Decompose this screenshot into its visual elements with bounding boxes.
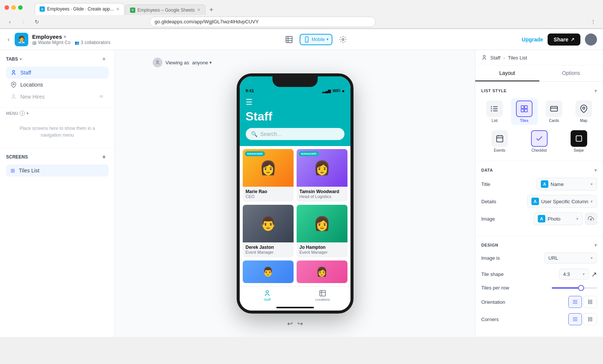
design-tile-shape-label: Tile shape — [481, 271, 504, 277]
screen-item-tiles-list[interactable]: ⊞ Tiles List — [6, 164, 109, 177]
style-option-list[interactable]: List — [481, 98, 508, 125]
phone-status-icons: ▂▄▆ WiFi ■ — [322, 89, 344, 93]
data-chevron-icon[interactable]: ▾ — [594, 167, 597, 173]
image-is-dropdown[interactable]: URL ▾ — [544, 253, 597, 263]
design-corners-row: Corners — [481, 313, 597, 325]
cards-style-icon — [546, 101, 562, 117]
upload-icon — [588, 216, 594, 222]
title-field-icon: A — [541, 180, 548, 188]
staff-tab-label: Staff — [20, 70, 104, 76]
data-title-row: Title A Name ▾ — [481, 178, 597, 190]
breadcrumb-screen-icon — [481, 55, 487, 61]
svg-point-7 — [12, 70, 14, 72]
corners-square-button[interactable] — [568, 313, 582, 325]
user-avatar[interactable] — [585, 34, 597, 46]
wifi-icon: WiFi — [332, 89, 340, 93]
maximize-dot[interactable] — [18, 5, 23, 10]
upload-image-button[interactable] — [585, 213, 597, 225]
sidebar-item-new-hires[interactable]: New Hires 👁 — [6, 91, 109, 103]
tile-item-tamsin[interactable]: MANAGER 👩 Tamsin Woodward Head of Logist… — [297, 149, 347, 202]
style-option-checklist[interactable]: Checklist — [521, 128, 557, 155]
slider-thumb[interactable] — [578, 285, 584, 291]
tile-item-p5[interactable]: 👨 — [243, 260, 294, 283]
design-chevron-icon[interactable]: ▾ — [594, 242, 597, 248]
tile-shape-dropdown-icon: ▾ — [583, 272, 585, 277]
browser-tab-sheets[interactable]: S Employees – Google Sheets ✕ — [125, 5, 205, 15]
data-section: DATA ▾ Title A Name ▾ Details — [475, 161, 603, 236]
breadcrumb-parent-link[interactable]: Staff — [490, 55, 500, 61]
browser-titlebar: G Employees · Glide · Create app... ✕ S … — [0, 0, 603, 15]
design-tiles-per-row-label: Tiles per row — [481, 285, 509, 291]
upgrade-button[interactable]: Upgrade — [522, 37, 543, 43]
svg-rect-29 — [496, 136, 503, 142]
style-option-tiles[interactable]: Tiles — [511, 98, 538, 125]
bottom-nav-locations[interactable]: Locations — [295, 286, 350, 305]
reload-button[interactable]: ↻ — [32, 17, 42, 27]
redo-button[interactable]: ↪ — [297, 320, 303, 328]
bottom-nav-locations-icon — [319, 289, 326, 297]
corners-rounded-button[interactable] — [583, 313, 597, 325]
center-area: Viewing as anyone ▾ 9:41 ▂▄▆ WiFi — [115, 50, 475, 337]
tab-options[interactable]: Options — [539, 65, 603, 81]
glide-favicon: G — [40, 6, 45, 12]
tile-item-p6[interactable]: 👩 — [297, 260, 347, 283]
design-section-header: DESIGN ▾ — [481, 242, 597, 248]
back-nav-button[interactable]: ‹ — [6, 35, 11, 44]
phone-search-bar[interactable]: 🔍 Search... — [246, 128, 344, 140]
close-dot[interactable] — [5, 5, 9, 10]
sheets-tab-close[interactable]: ✕ — [197, 8, 200, 12]
data-details-dropdown[interactable]: A User Specific Column ▾ — [527, 195, 597, 208]
tile-item-derek[interactable]: 👨 Derek Jaston Event Manager — [243, 205, 294, 257]
browser-tab-glide[interactable]: G Employees · Glide · Create app... ✕ — [35, 3, 124, 15]
sidebar-item-locations[interactable]: Locations — [6, 79, 109, 91]
tamsin-role: Head of Logistics — [300, 194, 344, 199]
device-toggle-button[interactable]: Mobile ▾ — [300, 34, 332, 45]
app-name[interactable]: Employees ▾ — [32, 34, 110, 40]
tile-info-jo: Jo Hampton Event Manager — [297, 242, 347, 257]
bottom-nav-staff[interactable]: Staff — [240, 286, 295, 305]
orientation-rows-button[interactable] — [568, 296, 582, 308]
events-style-icon — [491, 130, 508, 147]
viewing-as-label: Viewing as — [165, 60, 189, 65]
add-screen-button[interactable]: + — [99, 152, 109, 161]
undo-button[interactable]: ↩ — [287, 320, 293, 328]
style-options-row1: List Tiles Cards — [481, 98, 597, 125]
locations-tab-label: Locations — [20, 82, 104, 88]
glide-tab-close[interactable]: ✕ — [116, 7, 119, 12]
settings-button[interactable] — [335, 32, 350, 47]
locations-icon — [11, 82, 17, 88]
browser-chrome: G Employees · Glide · Create app... ✕ S … — [0, 0, 603, 29]
minimize-dot[interactable] — [11, 5, 16, 10]
sidebar-item-staff[interactable]: Staff — [6, 67, 109, 79]
forward-button[interactable]: › — [18, 17, 29, 27]
back-button[interactable]: ‹ — [5, 17, 15, 27]
tiles-style-icon — [516, 101, 533, 117]
style-option-events[interactable]: Events — [481, 128, 518, 155]
viewing-as-dropdown[interactable]: anyone ▾ — [192, 60, 212, 65]
image-field-icon: A — [538, 215, 545, 222]
tile-item-jo[interactable]: 👩 Jo Hampton Event Manager — [297, 205, 347, 257]
tile-shape-dropdown[interactable]: 4:3 ▾ — [559, 269, 589, 280]
phone-frame: 9:41 ▂▄▆ WiFi ■ ☰ Staff 🔍 Search — [237, 73, 354, 314]
add-tab-button[interactable]: + — [99, 55, 109, 64]
tabs-section-title: TABS ▾ — [6, 56, 22, 62]
tab-layout[interactable]: Layout — [475, 65, 539, 81]
share-button[interactable]: Share ↗ — [548, 34, 580, 46]
table-view-button[interactable] — [282, 32, 297, 47]
orientation-cols-button[interactable] — [583, 296, 597, 308]
address-bar[interactable]: go.glideapps.com/app/WgjlGL7iwz4lHdvpCUV… — [150, 17, 376, 27]
tile-item-marie[interactable]: MANAGER 👩 Marie Rao CEO — [243, 149, 294, 202]
tamsin-name: Tamsin Woodward — [300, 189, 344, 194]
slider-fill — [552, 287, 579, 289]
list-style-chevron-icon[interactable]: ▾ — [594, 88, 597, 94]
data-image-dropdown[interactable]: A Photo ▾ — [534, 212, 583, 225]
data-title-dropdown[interactable]: A Name ▾ — [537, 178, 597, 190]
new-tab-button[interactable]: + — [206, 5, 217, 15]
extensions-button[interactable]: ⋮ — [588, 17, 598, 27]
style-option-map[interactable]: Map — [570, 98, 597, 125]
corners-buttons — [568, 313, 597, 325]
phone-hamburger-button[interactable]: ☰ — [246, 97, 344, 107]
style-option-cards[interactable]: Cards — [541, 98, 568, 125]
app-name-chevron: ▾ — [64, 34, 66, 40]
style-option-swipe[interactable]: Swipe — [560, 128, 597, 155]
